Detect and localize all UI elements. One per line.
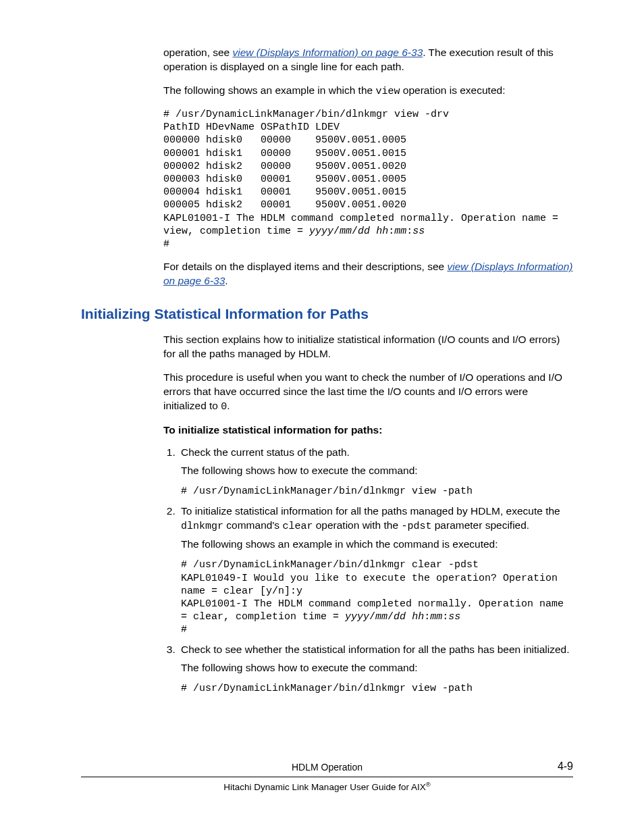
step-2-text-1: To initialize statistical information fo…	[181, 504, 573, 533]
section-paragraph-1: This section explains how to initialize …	[163, 333, 573, 361]
step-3-code: # /usr/DynamicLinkManager/bin/dlnkmgr vi…	[181, 682, 573, 695]
text: .	[225, 275, 227, 286]
text: For details on the displayed items and t…	[163, 261, 447, 272]
inline-code-dlnkmgr: dlnkmgr	[181, 521, 223, 532]
text: operation is executed:	[400, 84, 506, 96]
inline-code-view: view	[375, 86, 400, 97]
footer-page-number: 4-9	[558, 759, 573, 774]
after-code-paragraph: For details on the displayed items and t…	[163, 260, 573, 288]
code-block-view-drv: # /usr/DynamicLinkManager/bin/dlnkmgr vi…	[163, 108, 573, 251]
intro-paragraph-1: operation, see view (Displays Informatio…	[163, 46, 573, 74]
footer-doc-title: Hitachi Dynamic Link Manager User Guide …	[223, 782, 425, 792]
page-footer: HDLM Operation 4-9 Hitachi Dynamic Link …	[81, 761, 573, 793]
section-paragraph-2: This procedure is useful when you want t…	[163, 371, 573, 414]
section-heading-initializing: Initializing Statistical Information for…	[81, 305, 573, 323]
text: .	[227, 400, 230, 411]
text: The following shows an example in which …	[163, 84, 375, 96]
intro-paragraph-2: The following shows an example in which …	[163, 84, 573, 99]
step-1-text-2: The following shows how to execute the c…	[181, 464, 573, 478]
inline-code-zero: 0	[221, 401, 227, 413]
footer-section-title: HDLM Operation	[292, 762, 363, 773]
inline-code-clear: clear	[282, 521, 313, 532]
step-3-text-2: The following shows how to execute the c…	[181, 661, 573, 675]
text: operation, see	[163, 47, 233, 58]
step-3-text-1: Check to see whether the statistical inf…	[181, 643, 573, 657]
procedure-heading: To initialize statistical information fo…	[163, 423, 573, 438]
step-3: Check to see whether the statistical inf…	[178, 643, 573, 695]
step-1-code: # /usr/DynamicLinkManager/bin/dlnkmgr vi…	[181, 485, 573, 498]
step-2-code: # /usr/DynamicLinkManager/bin/dlnkmgr cl…	[181, 558, 573, 636]
step-2-text-2: The following shows an example in which …	[181, 538, 573, 552]
step-1: Check the current status of the path. Th…	[178, 446, 573, 498]
step-2: To initialize statistical information fo…	[178, 504, 573, 636]
steps-list: Check the current status of the path. Th…	[163, 446, 573, 695]
step-1-text-1: Check the current status of the path.	[181, 446, 573, 460]
registered-symbol: ®	[426, 780, 431, 787]
inline-code-pdst: -pdst	[401, 521, 431, 532]
link-view-displays-information[interactable]: view (Displays Information) on page 6-33	[233, 47, 423, 58]
